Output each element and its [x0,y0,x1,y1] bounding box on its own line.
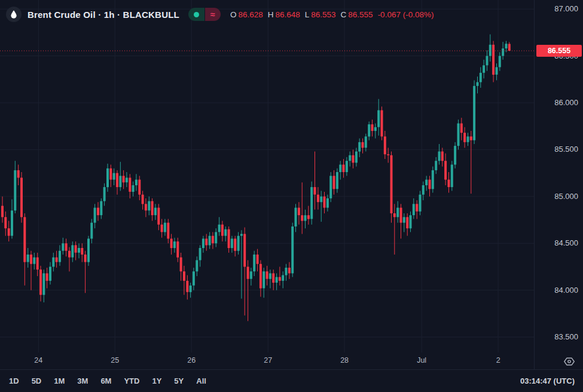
market-status-pill[interactable]: ≈ [188,8,221,21]
price-axis-label: 85.000 [554,192,578,201]
range-1m-button[interactable]: 1M [53,375,65,387]
price-axis-label: 87.000 [554,4,578,14]
symbol-title[interactable]: Brent Crude Oil · 1h · BLACKBULL [28,10,179,20]
change-value: -0.067 (-0.08%) [378,10,434,19]
time-axis-label: 26 [187,356,196,365]
time-axis-label: 25 [111,356,119,365]
range-1d-button[interactable]: 1D [8,375,20,387]
time-axis-label: 27 [264,356,272,365]
time-axis-label: 2 [496,356,500,365]
range-buttons: 1D 5D 1M 3M 6M YTD 1Y 5Y All [8,375,207,387]
time-axis-label: Jul [417,356,426,365]
hexagon-settings-icon[interactable] [563,356,575,368]
price-axis-label: 84.000 [554,286,578,295]
clock-utc[interactable]: 03:14:47 (UTC) [520,376,575,385]
price-axis[interactable]: 86.555 87.00086.50086.00085.50085.00084.… [534,0,583,369]
high-value: 86.648 [275,10,300,19]
price-axis-label: 83.500 [554,332,578,342]
close-value: 86.555 [348,10,373,19]
price-axis-label: 84.500 [554,238,578,248]
realtime-dot-icon [188,8,204,21]
price-axis-label: 86.000 [554,98,578,108]
range-3m-button[interactable]: 3M [77,375,88,387]
last-price-badge: 86.555 [536,45,582,57]
close-label: C [341,10,347,19]
high-label: H [268,10,274,19]
oil-drop-icon [6,7,22,22]
time-axis-label: 24 [34,356,42,365]
approx-data-icon: ≈ [205,8,221,21]
chart-plot-area[interactable] [0,0,534,353]
range-1y-button[interactable]: 1Y [151,375,162,387]
range-5d-button[interactable]: 5D [31,375,42,387]
ohlc-readout: O 86.628 H 86.648 L 86.553 C 86.555 -0.0… [230,10,434,19]
open-label: O [230,10,237,19]
time-axis-label: 28 [340,356,349,365]
price-axis-label: 85.500 [554,145,578,154]
trading-chart-window: Brent Crude Oil · 1h · BLACKBULL ≈ O 86.… [0,0,583,392]
open-value: 86.628 [238,10,262,19]
bottom-toolbar: 1D 5D 1M 3M 6M YTD 1Y 5Y All 03:14:47 (U… [0,369,583,392]
low-value: 86.553 [311,10,335,19]
candlestick-chart [0,0,534,353]
low-label: L [305,10,310,19]
chart-legend: Brent Crude Oil · 1h · BLACKBULL ≈ O 86.… [6,6,434,23]
range-ytd-button[interactable]: YTD [123,375,140,387]
range-all-button[interactable]: All [196,375,207,387]
range-6m-button[interactable]: 6M [100,375,112,387]
range-5y-button[interactable]: 5Y [173,375,184,387]
time-axis[interactable]: 2425262728Jul2 [0,353,534,369]
